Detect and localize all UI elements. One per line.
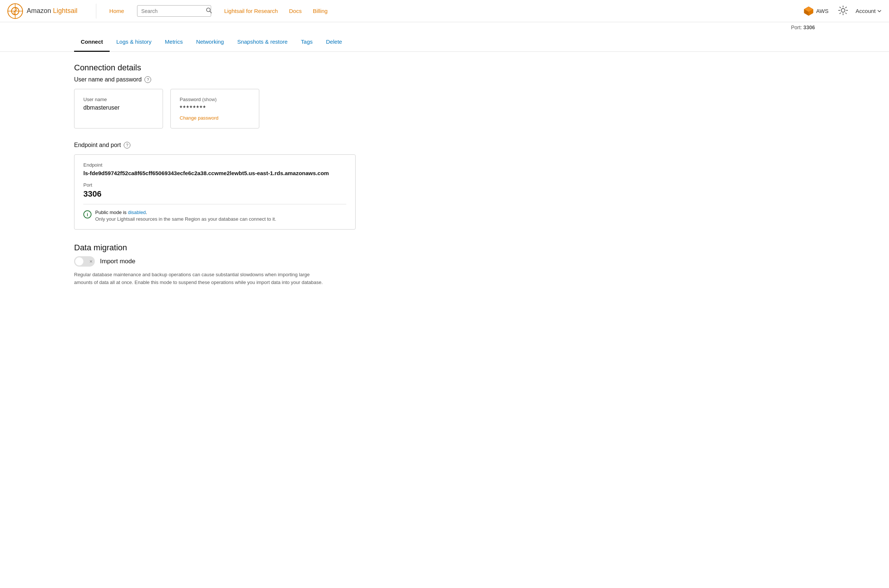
search-button[interactable] [206,8,212,15]
info-icon: i [83,210,92,219]
search-icon [206,8,212,14]
endpoint-value: ls-fde9d59742f52ca8f65cff65069343ecfe6c2… [83,170,346,176]
svg-line-5 [210,12,212,14]
disabled-badge: disabled [128,210,146,215]
home-link[interactable]: Home [109,8,124,14]
port-number: 3306 [83,189,346,199]
settings-button[interactable] [837,4,849,17]
gear-icon [837,4,849,16]
endpoint-card: Endpoint ls-fde9d59742f52ca8f65cff650693… [74,154,356,230]
aws-icon [803,6,814,16]
credentials-row: User name dbmasteruser Password (show) *… [74,89,444,129]
port-bar-label: Port: [791,24,802,30]
toggle-track: ✕ [74,256,95,267]
username-value: dbmasteruser [83,104,154,111]
import-mode-label: Import mode [100,258,135,265]
lightsail-logo-icon [8,3,23,19]
endpoint-divider [83,204,346,204]
toggle-thumb [75,257,83,266]
svg-point-10 [841,9,845,12]
tab-delete[interactable]: Delete [319,33,348,52]
search-box [137,5,211,16]
password-card: Password (show) ******** Change password [170,89,259,129]
tab-snapshots-restore[interactable]: Snapshots & restore [230,33,294,52]
logo[interactable]: Amazon Lightsail [8,3,77,19]
public-mode-label: Public mode is [95,210,127,215]
password-stars: ******** [180,104,250,112]
aws-link[interactable]: AWS [803,6,829,16]
endpoint-label: Endpoint [83,162,346,168]
search-input[interactable] [141,8,206,14]
endpoint-section: Endpoint and port ? Endpoint ls-fde9d597… [74,142,444,230]
account-label: Account [856,8,875,14]
tab-logs-history[interactable]: Logs & history [110,33,158,52]
tab-connect[interactable]: Connect [74,33,110,52]
endpoint-subtitle-row: Endpoint and port ? [74,142,444,148]
username-label: User name [83,97,154,102]
public-mode-text: Public mode is disabled. Only your Light… [95,210,276,222]
data-migration-section: Data migration ✕ Import mode Regular dat… [74,243,444,286]
port-bar-value: 3306 [803,24,815,30]
password-show-link[interactable]: (show) [202,97,217,102]
account-button[interactable]: Account [856,8,881,14]
password-label-row: Password (show) [180,97,250,102]
tab-networking[interactable]: Networking [189,33,230,52]
import-mode-toggle[interactable]: ✕ [74,256,95,267]
docs-link[interactable]: Docs [289,8,302,14]
credentials-help-icon[interactable]: ? [144,76,151,83]
logo-text: Amazon Lightsail [27,7,77,15]
sub-nav: Connect Logs & history Metrics Networkin… [0,33,889,52]
import-mode-desc: Regular database maintenance and backup … [74,271,326,286]
username-card: User name dbmasteruser [74,89,163,129]
toggle-x-icon: ✕ [89,259,93,264]
aws-label: AWS [816,8,829,14]
tab-tags[interactable]: Tags [294,33,319,52]
password-label: Password [180,97,201,102]
credentials-subtitle: User name and password [74,76,141,83]
lightsail-research-link[interactable]: Lightsail for Research [224,8,278,14]
main-content: Connection details User name and passwor… [0,52,518,309]
public-mode-main-line: Public mode is disabled. [95,210,276,215]
port-bar: Port: 3306 [0,22,889,33]
chevron-down-icon [877,9,881,14]
public-mode-row: i Public mode is disabled. Only your Lig… [83,210,346,222]
port-label: Port [83,182,346,188]
data-migration-title: Data migration [74,243,444,252]
billing-link[interactable]: Billing [312,8,327,14]
connection-details-title: Connection details [74,63,444,73]
public-mode-sub-text: Only your Lightsail resources in the sam… [95,216,276,222]
endpoint-help-icon[interactable]: ? [124,142,131,148]
credentials-subtitle-row: User name and password ? [74,76,444,83]
change-password-link[interactable]: Change password [180,115,250,121]
import-mode-row: ✕ Import mode [74,256,444,267]
endpoint-subtitle: Endpoint and port [74,142,121,148]
nav-divider [96,4,96,18]
tab-metrics[interactable]: Metrics [158,33,189,52]
